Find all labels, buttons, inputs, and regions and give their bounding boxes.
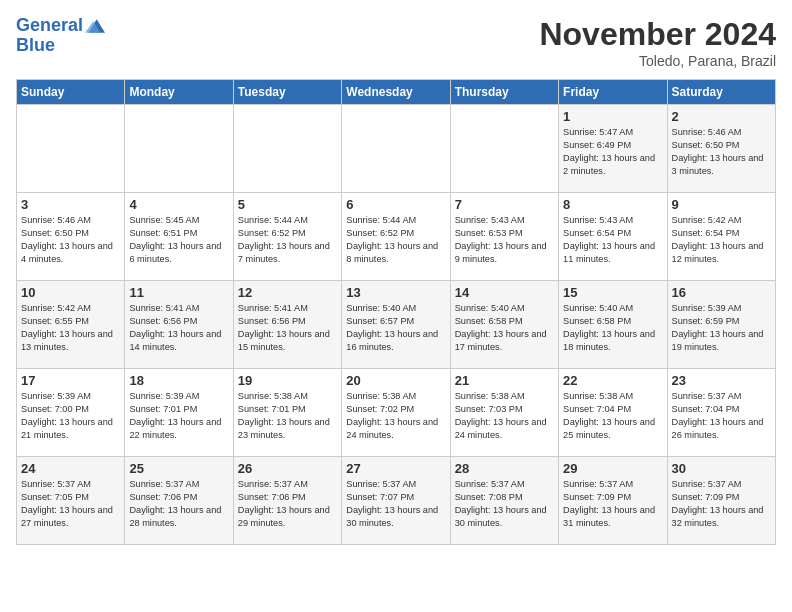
calendar-cell: 20Sunrise: 5:38 AMSunset: 7:02 PMDayligh… — [342, 369, 450, 457]
calendar-cell: 27Sunrise: 5:37 AMSunset: 7:07 PMDayligh… — [342, 457, 450, 545]
day-number: 29 — [563, 461, 662, 476]
day-number: 8 — [563, 197, 662, 212]
day-number: 25 — [129, 461, 228, 476]
calendar-cell: 23Sunrise: 5:37 AMSunset: 7:04 PMDayligh… — [667, 369, 775, 457]
day-number: 2 — [672, 109, 771, 124]
cell-info: Sunrise: 5:41 AMSunset: 6:56 PMDaylight:… — [238, 302, 337, 354]
calendar-cell: 22Sunrise: 5:38 AMSunset: 7:04 PMDayligh… — [559, 369, 667, 457]
calendar-cell — [450, 105, 558, 193]
cell-info: Sunrise: 5:40 AMSunset: 6:58 PMDaylight:… — [563, 302, 662, 354]
day-number: 9 — [672, 197, 771, 212]
calendar-cell: 26Sunrise: 5:37 AMSunset: 7:06 PMDayligh… — [233, 457, 341, 545]
header-saturday: Saturday — [667, 80, 775, 105]
logo: General Blue — [16, 16, 105, 56]
calendar-cell: 4Sunrise: 5:45 AMSunset: 6:51 PMDaylight… — [125, 193, 233, 281]
cell-info: Sunrise: 5:37 AMSunset: 7:04 PMDaylight:… — [672, 390, 771, 442]
cell-info: Sunrise: 5:38 AMSunset: 7:02 PMDaylight:… — [346, 390, 445, 442]
cell-info: Sunrise: 5:38 AMSunset: 7:01 PMDaylight:… — [238, 390, 337, 442]
calendar-cell: 5Sunrise: 5:44 AMSunset: 6:52 PMDaylight… — [233, 193, 341, 281]
day-number: 27 — [346, 461, 445, 476]
calendar-cell: 29Sunrise: 5:37 AMSunset: 7:09 PMDayligh… — [559, 457, 667, 545]
calendar-cell: 12Sunrise: 5:41 AMSunset: 6:56 PMDayligh… — [233, 281, 341, 369]
header-sunday: Sunday — [17, 80, 125, 105]
cell-info: Sunrise: 5:40 AMSunset: 6:57 PMDaylight:… — [346, 302, 445, 354]
cell-info: Sunrise: 5:37 AMSunset: 7:09 PMDaylight:… — [672, 478, 771, 530]
calendar-week-row: 24Sunrise: 5:37 AMSunset: 7:05 PMDayligh… — [17, 457, 776, 545]
header-wednesday: Wednesday — [342, 80, 450, 105]
calendar-cell: 10Sunrise: 5:42 AMSunset: 6:55 PMDayligh… — [17, 281, 125, 369]
calendar-cell: 2Sunrise: 5:46 AMSunset: 6:50 PMDaylight… — [667, 105, 775, 193]
cell-info: Sunrise: 5:47 AMSunset: 6:49 PMDaylight:… — [563, 126, 662, 178]
calendar-cell: 19Sunrise: 5:38 AMSunset: 7:01 PMDayligh… — [233, 369, 341, 457]
cell-info: Sunrise: 5:44 AMSunset: 6:52 PMDaylight:… — [346, 214, 445, 266]
calendar-cell: 24Sunrise: 5:37 AMSunset: 7:05 PMDayligh… — [17, 457, 125, 545]
day-number: 26 — [238, 461, 337, 476]
header-friday: Friday — [559, 80, 667, 105]
subtitle: Toledo, Parana, Brazil — [539, 53, 776, 69]
calendar-week-row: 17Sunrise: 5:39 AMSunset: 7:00 PMDayligh… — [17, 369, 776, 457]
calendar-week-row: 1Sunrise: 5:47 AMSunset: 6:49 PMDaylight… — [17, 105, 776, 193]
day-number: 18 — [129, 373, 228, 388]
calendar-cell: 30Sunrise: 5:37 AMSunset: 7:09 PMDayligh… — [667, 457, 775, 545]
day-number: 5 — [238, 197, 337, 212]
calendar-cell: 17Sunrise: 5:39 AMSunset: 7:00 PMDayligh… — [17, 369, 125, 457]
calendar-cell: 13Sunrise: 5:40 AMSunset: 6:57 PMDayligh… — [342, 281, 450, 369]
calendar-cell: 3Sunrise: 5:46 AMSunset: 6:50 PMDaylight… — [17, 193, 125, 281]
calendar-cell: 7Sunrise: 5:43 AMSunset: 6:53 PMDaylight… — [450, 193, 558, 281]
day-number: 17 — [21, 373, 120, 388]
cell-info: Sunrise: 5:42 AMSunset: 6:55 PMDaylight:… — [21, 302, 120, 354]
cell-info: Sunrise: 5:37 AMSunset: 7:09 PMDaylight:… — [563, 478, 662, 530]
day-number: 22 — [563, 373, 662, 388]
cell-info: Sunrise: 5:40 AMSunset: 6:58 PMDaylight:… — [455, 302, 554, 354]
day-number: 1 — [563, 109, 662, 124]
day-number: 3 — [21, 197, 120, 212]
day-number: 28 — [455, 461, 554, 476]
day-number: 16 — [672, 285, 771, 300]
cell-info: Sunrise: 5:43 AMSunset: 6:54 PMDaylight:… — [563, 214, 662, 266]
calendar-cell: 15Sunrise: 5:40 AMSunset: 6:58 PMDayligh… — [559, 281, 667, 369]
day-number: 23 — [672, 373, 771, 388]
header-thursday: Thursday — [450, 80, 558, 105]
cell-info: Sunrise: 5:46 AMSunset: 6:50 PMDaylight:… — [21, 214, 120, 266]
logo-text: General — [16, 16, 83, 36]
cell-info: Sunrise: 5:45 AMSunset: 6:51 PMDaylight:… — [129, 214, 228, 266]
day-number: 11 — [129, 285, 228, 300]
day-number: 21 — [455, 373, 554, 388]
calendar-cell: 9Sunrise: 5:42 AMSunset: 6:54 PMDaylight… — [667, 193, 775, 281]
cell-info: Sunrise: 5:39 AMSunset: 7:01 PMDaylight:… — [129, 390, 228, 442]
calendar-cell: 14Sunrise: 5:40 AMSunset: 6:58 PMDayligh… — [450, 281, 558, 369]
calendar-cell: 21Sunrise: 5:38 AMSunset: 7:03 PMDayligh… — [450, 369, 558, 457]
cell-info: Sunrise: 5:42 AMSunset: 6:54 PMDaylight:… — [672, 214, 771, 266]
calendar-cell: 1Sunrise: 5:47 AMSunset: 6:49 PMDaylight… — [559, 105, 667, 193]
header-tuesday: Tuesday — [233, 80, 341, 105]
calendar-cell — [17, 105, 125, 193]
logo-line2: Blue — [16, 36, 105, 56]
calendar-week-row: 10Sunrise: 5:42 AMSunset: 6:55 PMDayligh… — [17, 281, 776, 369]
calendar-header-row: SundayMondayTuesdayWednesdayThursdayFrid… — [17, 80, 776, 105]
day-number: 12 — [238, 285, 337, 300]
cell-info: Sunrise: 5:37 AMSunset: 7:06 PMDaylight:… — [238, 478, 337, 530]
calendar-cell: 6Sunrise: 5:44 AMSunset: 6:52 PMDaylight… — [342, 193, 450, 281]
cell-info: Sunrise: 5:41 AMSunset: 6:56 PMDaylight:… — [129, 302, 228, 354]
day-number: 20 — [346, 373, 445, 388]
cell-info: Sunrise: 5:44 AMSunset: 6:52 PMDaylight:… — [238, 214, 337, 266]
calendar-cell: 18Sunrise: 5:39 AMSunset: 7:01 PMDayligh… — [125, 369, 233, 457]
calendar-week-row: 3Sunrise: 5:46 AMSunset: 6:50 PMDaylight… — [17, 193, 776, 281]
calendar-cell: 11Sunrise: 5:41 AMSunset: 6:56 PMDayligh… — [125, 281, 233, 369]
day-number: 13 — [346, 285, 445, 300]
logo-icon — [85, 16, 105, 36]
day-number: 14 — [455, 285, 554, 300]
cell-info: Sunrise: 5:37 AMSunset: 7:05 PMDaylight:… — [21, 478, 120, 530]
day-number: 15 — [563, 285, 662, 300]
day-number: 6 — [346, 197, 445, 212]
day-number: 4 — [129, 197, 228, 212]
cell-info: Sunrise: 5:39 AMSunset: 6:59 PMDaylight:… — [672, 302, 771, 354]
day-number: 10 — [21, 285, 120, 300]
day-number: 30 — [672, 461, 771, 476]
cell-info: Sunrise: 5:38 AMSunset: 7:04 PMDaylight:… — [563, 390, 662, 442]
cell-info: Sunrise: 5:37 AMSunset: 7:06 PMDaylight:… — [129, 478, 228, 530]
calendar-cell — [125, 105, 233, 193]
cell-info: Sunrise: 5:37 AMSunset: 7:07 PMDaylight:… — [346, 478, 445, 530]
calendar-cell: 16Sunrise: 5:39 AMSunset: 6:59 PMDayligh… — [667, 281, 775, 369]
cell-info: Sunrise: 5:38 AMSunset: 7:03 PMDaylight:… — [455, 390, 554, 442]
